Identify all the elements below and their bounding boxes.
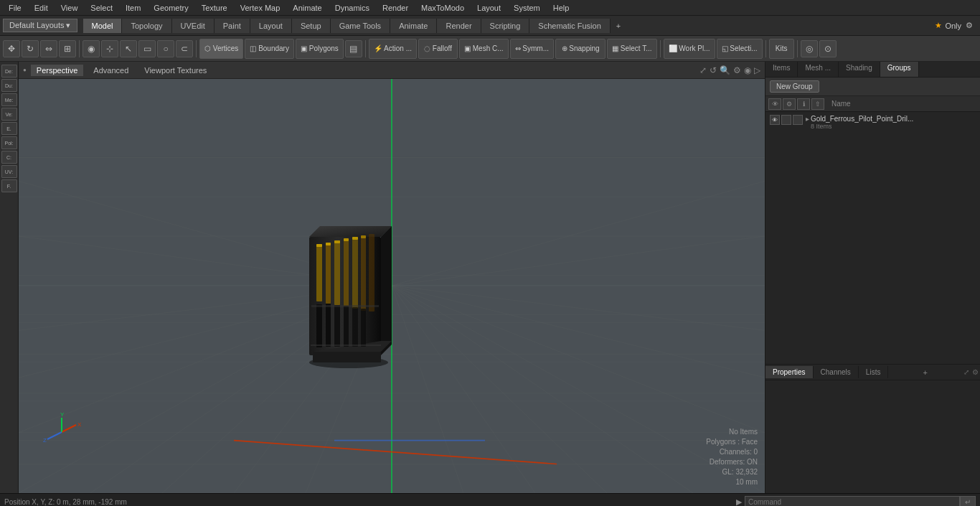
tool-snapping[interactable]: ⊕ Snapping <box>555 39 606 59</box>
menu-edit[interactable]: Edit <box>29 2 54 14</box>
tool-rotate[interactable]: ↻ <box>22 40 39 57</box>
menu-system[interactable]: System <box>508 2 546 14</box>
tool-arrow[interactable]: ↖ <box>120 40 137 57</box>
tool-move[interactable]: ✥ <box>3 40 20 57</box>
gt-info-btn[interactable]: ℹ <box>797 98 810 110</box>
tool-selecti[interactable]: ◱ Selecti... <box>717 39 763 59</box>
menu-render[interactable]: Render <box>377 2 414 14</box>
menu-item[interactable]: Item <box>120 2 146 14</box>
tool-sphere[interactable]: ◉ <box>83 40 100 57</box>
vp-ctrl-search[interactable]: 🔍 <box>720 65 730 75</box>
tool-boundary[interactable]: ◫ Boundary <box>245 39 294 59</box>
right-tab-groups[interactable]: Groups <box>880 62 919 77</box>
right-tab-mesh[interactable]: Mesh ... <box>798 62 839 77</box>
layout-tab-uvedit[interactable]: UVEdit <box>172 19 215 33</box>
layout-tab-schematic[interactable]: Schematic Fusion <box>529 19 610 33</box>
tool-action[interactable]: ⚡ Action ... <box>369 39 417 59</box>
sidebar-btn-f[interactable]: F. <box>1 179 17 192</box>
menu-view[interactable]: View <box>55 2 84 14</box>
command-submit-button[interactable]: ↵ <box>960 496 976 506</box>
sidebar-btn-me[interactable]: Me: <box>1 93 17 106</box>
gt-gear-btn[interactable]: ⚙ <box>783 98 796 110</box>
vp-ctrl-refresh[interactable]: ↺ <box>710 65 717 75</box>
vp-ctrl-render[interactable]: ◉ <box>744 65 751 75</box>
props-tab-properties[interactable]: Properties <box>765 366 814 378</box>
menu-texture[interactable]: Texture <box>196 2 233 14</box>
menu-select[interactable]: Select <box>85 2 118 14</box>
svg-rect-47 <box>334 240 340 305</box>
sidebar-btn-e[interactable]: E. <box>1 122 17 135</box>
tab-perspective[interactable]: Perspective <box>31 65 83 76</box>
tool-vertices[interactable]: ⬡ Vertices <box>199 39 243 59</box>
tool-falloff[interactable]: ◌ Falloff <box>418 39 458 59</box>
menu-help[interactable]: Help <box>547 2 575 14</box>
sidebar-btn-ve[interactable]: Ve: <box>1 108 17 121</box>
tool-cursor[interactable]: ⊹ <box>101 40 118 57</box>
gt-eye-btn[interactable]: 👁 <box>768 98 781 110</box>
default-layouts-dropdown[interactable]: Default Layouts ▾ <box>3 19 77 32</box>
right-tab-shading[interactable]: Shading <box>839 62 880 77</box>
menu-layout[interactable]: Layout <box>471 2 507 14</box>
group-visibility-icon[interactable]: 👁 <box>770 115 780 125</box>
layout-add-button[interactable]: + <box>611 19 626 33</box>
layout-tab-gametools[interactable]: Game Tools <box>331 19 391 33</box>
layout-tab-animate[interactable]: Animate <box>390 19 437 33</box>
viewport-canvas[interactable]: .grid-line { stroke: #5a6060; stroke-wid… <box>19 79 765 493</box>
tool-cam1[interactable]: ◎ <box>801 40 818 57</box>
tool-transform[interactable]: ⊞ <box>59 40 76 57</box>
tool-magnet[interactable]: ⊂ <box>176 40 193 57</box>
layout-tab-scripting[interactable]: Scripting <box>481 19 530 33</box>
props-tab-channels[interactable]: Channels <box>814 366 859 378</box>
vp-ctrl-arrows[interactable]: ⤢ <box>699 65 707 75</box>
props-ctrl-expand[interactable]: ⤢ <box>963 368 969 376</box>
props-add-button[interactable]: + <box>917 367 933 378</box>
menu-file[interactable]: File <box>3 2 27 14</box>
menu-vertexmap[interactable]: Vertex Map <box>235 2 286 14</box>
tool-kits[interactable]: Kits <box>769 39 794 59</box>
gt-up-btn[interactable]: ⇧ <box>811 98 824 110</box>
sidebar-btn-de[interactable]: De: <box>1 65 17 78</box>
menu-animate[interactable]: Animate <box>287 2 327 14</box>
tool-work-pl[interactable]: ⬜ Work Pl... <box>664 39 715 59</box>
layout-tab-topology[interactable]: Topology <box>122 19 171 33</box>
menu-geometry[interactable]: Geometry <box>148 2 194 14</box>
layout-tab-render[interactable]: Render <box>437 19 481 33</box>
sidebar-btn-uv[interactable]: UV: <box>1 165 17 178</box>
vp-ctrl-play[interactable]: ▷ <box>754 65 760 75</box>
tool-cam2[interactable]: ⊙ <box>819 40 837 57</box>
command-input[interactable] <box>745 496 960 506</box>
star-only-filter[interactable]: ★ Only <box>935 21 961 30</box>
layout-tab-layout[interactable]: Layout <box>250 19 292 33</box>
tool-mesh-mode[interactable]: ▤ <box>345 40 362 57</box>
sidebar-btn-pol[interactable]: Pol: <box>1 136 17 149</box>
tool-rect[interactable]: ▭ <box>138 40 156 57</box>
tool-polygons[interactable]: ▣ Polygons <box>296 39 344 59</box>
group-item[interactable]: 👁 ▸ Gold_Ferrous_Pilot_Point_Dril... 8 I… <box>767 113 979 131</box>
tool-symm[interactable]: ⇔ Symm... <box>510 39 554 59</box>
right-tab-items[interactable]: Items <box>765 62 798 77</box>
props-tab-lists[interactable]: Lists <box>859 366 889 378</box>
groups-empty-space <box>765 240 980 365</box>
group-check1[interactable] <box>781 115 791 125</box>
tool-circle[interactable]: ○ <box>157 40 174 57</box>
vp-ctrl-settings[interactable]: ⚙ <box>733 65 741 75</box>
tab-viewport-textures[interactable]: Viewport Textures <box>138 65 212 76</box>
tool-meshc[interactable]: ▣ Mesh C... <box>459 39 509 59</box>
tool-bar: ✥ ↻ ⇔ ⊞ ◉ ⊹ ↖ ▭ ○ ⊂ ⬡ Vertices ◫ Boundar… <box>0 36 980 62</box>
tab-advanced[interactable]: Advanced <box>88 65 134 76</box>
props-ctrl-gear[interactable]: ⚙ <box>972 368 979 376</box>
menu-dynamics[interactable]: Dynamics <box>329 2 375 14</box>
layout-tab-model[interactable]: Model <box>83 19 123 33</box>
layout-tab-setup[interactable]: Setup <box>292 19 331 33</box>
menu-bar: File Edit View Select Item Geometry Text… <box>0 0 980 16</box>
tool-scale[interactable]: ⇔ <box>40 40 57 57</box>
group-expand-icon[interactable]: ▸ <box>806 115 809 123</box>
layout-tab-paint[interactable]: Paint <box>215 19 250 33</box>
tool-select-t[interactable]: ▦ Select T... <box>607 39 657 59</box>
sidebar-btn-du[interactable]: Du: <box>1 79 17 92</box>
menu-maxtomodo[interactable]: MaxToModo <box>415 2 470 14</box>
sidebar-btn-c[interactable]: C: <box>1 151 17 164</box>
group-check2[interactable] <box>793 115 803 125</box>
new-group-button[interactable]: New Group <box>770 80 819 93</box>
layout-settings-icon[interactable]: ⚙ <box>961 19 977 32</box>
